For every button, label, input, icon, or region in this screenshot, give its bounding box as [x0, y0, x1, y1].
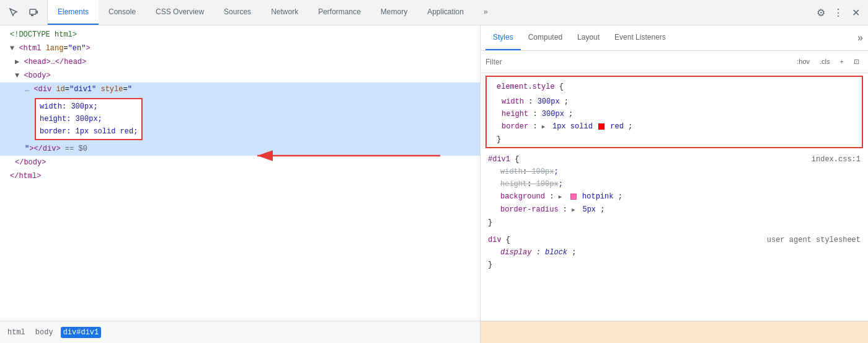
inline-style-border: border: 1px solid red;	[40, 125, 138, 138]
main-content: <!DOCTYPE html> ▼ <html lang="en"> ▶ <he…	[0, 25, 868, 343]
styles-panel: Styles Computed Layout Event Listeners »…	[480, 25, 868, 343]
styles-content: element.style { width : 300px ; height :…	[480, 73, 868, 321]
hov-filter-btn[interactable]: :hov	[793, 56, 813, 67]
elements-panel: <!DOCTYPE html> ▼ <html lang="en"> ▶ <he…	[0, 25, 480, 343]
element-style-width: width : 300px ;	[489, 96, 859, 108]
element-style-border: border : ▶ 1px solid red ;	[489, 120, 859, 133]
div-useragent-rule: div { user agent stylesheet display : bl…	[480, 231, 868, 274]
dom-doctype-line: <!DOCTYPE html>	[0, 28, 480, 42]
tab-more[interactable]: »	[474, 0, 498, 25]
tab-performance[interactable]: Performance	[308, 0, 371, 25]
styles-tab-computed[interactable]: Computed	[521, 25, 570, 50]
toggle-classes-btn[interactable]: ⊡	[850, 56, 863, 67]
div-selector[interactable]: div	[488, 236, 502, 244]
div1-height: height: 100px;	[488, 178, 861, 190]
element-style-selector[interactable]: element.style	[497, 82, 555, 91]
cls-filter-btn[interactable]: .cls	[816, 56, 834, 67]
breadcrumb-bar: html body div#div1	[0, 321, 480, 343]
inspect-icon[interactable]	[5, 4, 22, 21]
useragent-source: user agent stylesheet	[767, 234, 861, 246]
add-style-btn[interactable]: +	[836, 56, 848, 67]
background-expand-arrow[interactable]: ▶	[559, 191, 565, 203]
element-style-close-brace: }	[489, 133, 859, 146]
element-style-height: height : 300px ;	[489, 108, 859, 120]
breadcrumb-div[interactable]: div#div1	[61, 327, 102, 338]
dom-body-line[interactable]: ▼ <body>	[0, 69, 480, 82]
div1-rule-source: index.css:1	[812, 153, 861, 166]
main-tabs: Elements Console CSS Overview Sources Ne…	[48, 0, 808, 25]
svg-rect-2	[37, 11, 38, 14]
element-style-rule: element.style { width : 300px ; height :…	[485, 76, 863, 148]
tab-bar-left-icons	[0, 0, 48, 25]
tab-console[interactable]: Console	[99, 0, 146, 25]
tab-memory[interactable]: Memory	[371, 0, 417, 25]
tab-sources[interactable]: Sources	[214, 0, 261, 25]
filter-buttons: :hov .cls + ⊡	[793, 56, 863, 67]
breadcrumb-html[interactable]: html	[5, 327, 28, 338]
div1-border-radius: border-radius : ▶ 5px ;	[488, 203, 861, 216]
div1-background: background : ▶ hotpink ;	[488, 190, 861, 203]
dom-html-line[interactable]: ▼ <html lang="en">	[0, 42, 480, 55]
dom-tree[interactable]: <!DOCTYPE html> ▼ <html lang="en"> ▶ <he…	[0, 25, 480, 321]
breadcrumb-body[interactable]: body	[33, 327, 56, 338]
div1-selector[interactable]: #div1	[488, 155, 510, 164]
svg-rect-0	[30, 9, 36, 14]
inline-style-width: width: 300px;	[40, 100, 138, 113]
border-expand-arrow[interactable]: ▶	[542, 121, 548, 133]
settings-icon[interactable]: ⚙	[813, 5, 828, 20]
styles-tab-layout[interactable]: Layout	[570, 25, 607, 50]
styles-bottom-strip	[480, 321, 868, 343]
tab-elements[interactable]: Elements	[48, 0, 99, 25]
div-close-brace: }	[488, 259, 861, 271]
styles-tab-event-listeners[interactable]: Event Listeners	[607, 25, 673, 50]
dom-inline-style-box-line: width: 300px; height: 300px; border: 1px…	[0, 96, 480, 142]
border-radius-expand-arrow[interactable]: ▶	[572, 204, 578, 216]
div1-rule: #div1 { index.css:1 width: 100px; height…	[480, 151, 868, 231]
div1-width: width: 100px;	[488, 166, 861, 178]
div-display: display : block ;	[488, 246, 861, 259]
close-devtools-icon[interactable]: ✕	[848, 5, 863, 20]
svg-rect-1	[31, 15, 33, 16]
hotpink-color-swatch[interactable]	[570, 194, 577, 200]
dom-div-close-line: "></div> == $0	[0, 142, 480, 156]
styles-filter-input[interactable]	[485, 58, 788, 66]
dom-div-line[interactable]: … <div id="div1" style="	[0, 82, 480, 96]
styles-tab-more-icon[interactable]: »	[857, 32, 863, 43]
dom-html-close-line: </html>	[0, 169, 480, 183]
tab-application[interactable]: Application	[417, 0, 474, 25]
styles-tab-bar: Styles Computed Layout Event Listeners »	[480, 25, 868, 51]
devtools-tab-bar: Elements Console CSS Overview Sources Ne…	[0, 0, 868, 25]
tab-css-overview[interactable]: CSS Overview	[146, 0, 214, 25]
more-options-icon[interactable]: ⋮	[831, 5, 846, 20]
div1-close-brace: }	[488, 216, 861, 229]
inline-style-height: height: 300px;	[40, 113, 138, 125]
element-style-selector-line: element.style {	[489, 78, 859, 96]
tab-network[interactable]: Network	[261, 0, 308, 25]
dom-head-line[interactable]: ▶ <head>…</head>	[0, 55, 480, 69]
dom-body-close-line: </body>	[0, 156, 480, 169]
red-color-swatch[interactable]	[598, 123, 604, 130]
tab-bar-right-icons: ⚙ ⋮ ✕	[808, 0, 868, 25]
styles-filter-bar: :hov .cls + ⊡	[480, 51, 868, 73]
styles-tab-styles[interactable]: Styles	[485, 25, 521, 50]
device-toggle-icon[interactable]	[25, 4, 42, 21]
inline-style-box: width: 300px; height: 300px; border: 1px…	[35, 98, 143, 140]
